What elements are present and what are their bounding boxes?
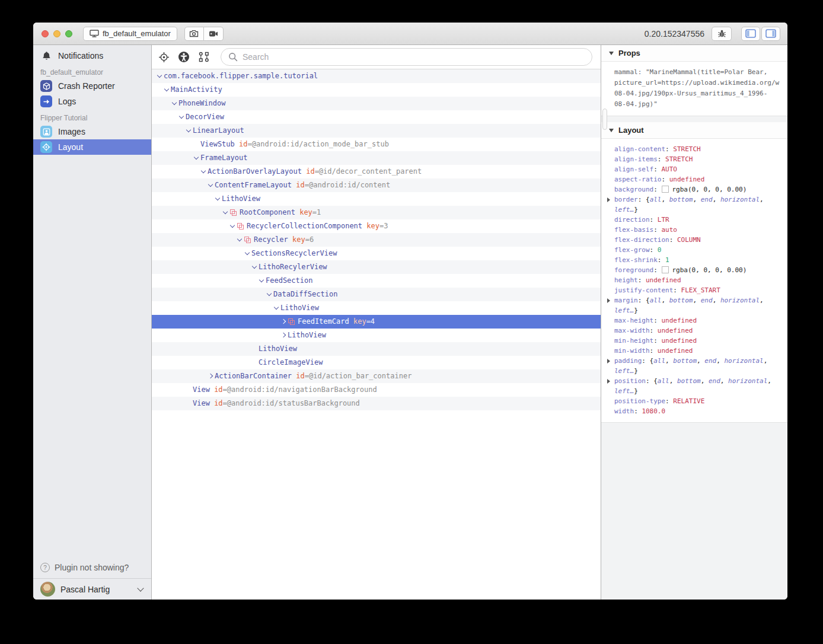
device-selector-button[interactable]: fb_default_emulator bbox=[83, 27, 177, 41]
minimize-window-button[interactable] bbox=[53, 30, 60, 37]
tree-row[interactable]: ActionBarOverlayLayout id=@id/decor_cont… bbox=[152, 165, 601, 178]
expander-right-icon[interactable] bbox=[607, 197, 610, 202]
chevron-down-icon[interactable] bbox=[229, 219, 237, 233]
tree-row[interactable]: ContentFrameLayout id=@android:id/conten… bbox=[152, 178, 601, 192]
layout-content: align-content: STRETCHalign-items: STRET… bbox=[601, 139, 787, 423]
prop-key: justify-content bbox=[614, 286, 673, 294]
zoom-window-button[interactable] bbox=[65, 30, 72, 37]
plugin-not-showing-link[interactable]: ? Plugin not showing? bbox=[33, 558, 151, 578]
tree-row[interactable]: RootComponent key=1 bbox=[152, 206, 601, 219]
tree-row[interactable]: FrameLayout bbox=[152, 151, 601, 165]
tree-row[interactable]: FeedSection bbox=[152, 274, 601, 288]
screenshot-button[interactable] bbox=[184, 27, 204, 41]
flipper-window: fb_default_emulator bbox=[33, 23, 787, 600]
sidebar-item-crash-reporter[interactable]: Crash Reporter bbox=[33, 78, 151, 94]
tree-row[interactable]: LithoView bbox=[152, 192, 601, 206]
expander-right-icon[interactable] bbox=[607, 359, 610, 364]
layout-prop-row: flex-shrink: 1 bbox=[614, 255, 783, 265]
chevron-right-icon[interactable] bbox=[208, 369, 215, 383]
tree-row[interactable]: LithoView bbox=[152, 342, 601, 356]
chevron-down-icon[interactable] bbox=[208, 178, 215, 192]
chevron-down-icon[interactable] bbox=[164, 83, 171, 97]
node-name: View bbox=[193, 383, 210, 397]
chevron-right-icon[interactable] bbox=[280, 315, 288, 329]
chevron-down-icon[interactable] bbox=[237, 233, 244, 247]
attr-key: id bbox=[214, 383, 222, 397]
attr-value: =4 bbox=[366, 315, 375, 329]
chevron-spacer bbox=[186, 397, 193, 410]
attr-value: =@android:id/navigationBarBackground bbox=[223, 383, 377, 397]
props-section-header[interactable]: Props bbox=[601, 45, 787, 62]
attr-key: key bbox=[299, 206, 312, 219]
chevron-down-icon[interactable] bbox=[186, 124, 193, 138]
chevron-down-icon[interactable] bbox=[251, 260, 259, 274]
sidebar-item-layout[interactable]: Layout bbox=[33, 139, 151, 155]
expander-right-icon[interactable] bbox=[607, 379, 610, 384]
section-title: Layout bbox=[618, 126, 644, 135]
node-graph-icon[interactable] bbox=[198, 51, 210, 63]
layout-section-header[interactable]: Layout bbox=[601, 122, 787, 139]
sidebar-section-app: Flipper Tutorial bbox=[33, 109, 151, 124]
chevron-down-icon[interactable] bbox=[259, 274, 266, 288]
tree-row[interactable]: LithoRecylerView bbox=[152, 260, 601, 274]
tree-row[interactable]: SectionsRecyclerView bbox=[152, 247, 601, 260]
tree-row[interactable]: com.facebook.flipper.sample.tutorial bbox=[152, 69, 601, 83]
chevron-down-icon[interactable] bbox=[178, 110, 186, 124]
close-window-button[interactable] bbox=[42, 30, 49, 37]
color-swatch[interactable] bbox=[662, 186, 669, 193]
chevron-spacer bbox=[251, 356, 259, 369]
tree-row[interactable]: MainActivity bbox=[152, 83, 601, 97]
plugin-sidebar: Notifications fb_default_emulator Crash … bbox=[33, 45, 152, 600]
chevron-right-icon[interactable] bbox=[280, 329, 288, 342]
chevron-down-icon[interactable] bbox=[171, 97, 178, 110]
tree-row[interactable]: Recycler key=6 bbox=[152, 233, 601, 247]
tree-row[interactable]: CircleImageView bbox=[152, 356, 601, 369]
layout-prop-row: width: 1080.0 bbox=[614, 406, 783, 416]
toggle-right-sidebar-button[interactable] bbox=[761, 27, 780, 41]
chevron-down-icon[interactable] bbox=[222, 206, 229, 219]
tree-row[interactable]: ViewStub id=@android:id/action_mode_bar_… bbox=[152, 138, 601, 151]
screen-record-button[interactable] bbox=[204, 27, 224, 41]
tree-row[interactable]: DecorView bbox=[152, 110, 601, 124]
sidebar-item-notifications[interactable]: Notifications bbox=[33, 48, 151, 63]
tree-row[interactable]: LithoView bbox=[152, 329, 601, 342]
accessibility-mode-icon[interactable] bbox=[178, 51, 190, 63]
images-icon bbox=[40, 126, 52, 138]
bell-icon bbox=[40, 51, 52, 60]
chevron-down-icon[interactable] bbox=[200, 165, 208, 178]
sidebar-item-logs[interactable]: Logs bbox=[33, 94, 151, 109]
tree-row[interactable]: View id=@android:id/navigationBarBackgro… bbox=[152, 383, 601, 397]
chevron-down-icon[interactable] bbox=[244, 247, 251, 260]
prop-key: direction bbox=[614, 216, 650, 224]
titlebar: fb_default_emulator bbox=[33, 23, 787, 45]
tree-row[interactable]: PhoneWindow bbox=[152, 97, 601, 110]
expander-right-icon[interactable] bbox=[607, 298, 610, 303]
user-account-row[interactable]: Pascal Hartig bbox=[33, 578, 151, 600]
prop-value-word: all bbox=[650, 196, 662, 203]
color-swatch[interactable] bbox=[662, 266, 669, 273]
tree-row[interactable]: FeedItemCard key=4 bbox=[152, 315, 601, 329]
search-input[interactable] bbox=[243, 52, 585, 62]
prop-key: max-height bbox=[614, 317, 653, 324]
litho-component-icon bbox=[244, 237, 251, 243]
toggle-left-sidebar-button[interactable] bbox=[741, 27, 760, 41]
chevron-down-icon[interactable] bbox=[215, 192, 222, 206]
chevron-down-icon[interactable] bbox=[266, 288, 273, 301]
tree-row[interactable]: DataDiffSection bbox=[152, 288, 601, 301]
target-mode-icon[interactable] bbox=[158, 51, 170, 63]
chevron-down-icon[interactable] bbox=[273, 301, 280, 315]
tree-row[interactable]: View id=@android:id/statusBarBackground bbox=[152, 397, 601, 410]
tree-row[interactable]: RecyclerCollectionComponent key=3 bbox=[152, 219, 601, 233]
scrollbar-thumb[interactable] bbox=[602, 109, 607, 130]
layout-section: Layout align-content: STRETCHalign-items… bbox=[601, 122, 787, 423]
tree-row[interactable]: LithoView bbox=[152, 301, 601, 315]
tree-row[interactable]: ActionBarContainer id=@id/action_bar_con… bbox=[152, 369, 601, 383]
sidebar-item-images[interactable]: Images bbox=[33, 124, 151, 139]
prop-value-word: bottom bbox=[669, 196, 693, 203]
layout-prop-row: margin: {all, bottom, end, horizontal, l… bbox=[614, 295, 783, 315]
chevron-spacer bbox=[193, 138, 200, 151]
tree-row[interactable]: LinearLayout bbox=[152, 124, 601, 138]
report-bug-button[interactable] bbox=[712, 27, 732, 41]
chevron-down-icon[interactable] bbox=[193, 151, 200, 165]
chevron-down-icon[interactable] bbox=[157, 69, 164, 83]
